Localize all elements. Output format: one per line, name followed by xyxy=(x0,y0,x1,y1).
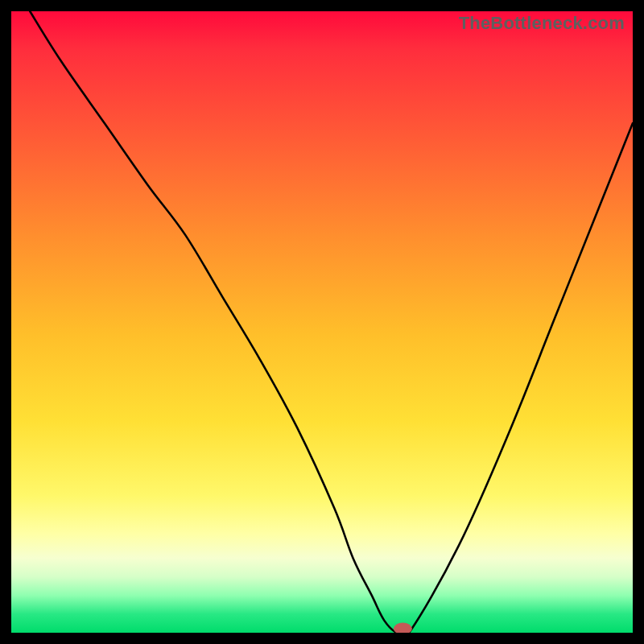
plot-area: TheBottleneck.com xyxy=(11,11,633,633)
chart-frame: TheBottleneck.com xyxy=(0,0,644,644)
bottleneck-curve xyxy=(30,11,633,633)
curve-overlay xyxy=(11,11,633,633)
optimal-point-marker xyxy=(394,623,411,633)
